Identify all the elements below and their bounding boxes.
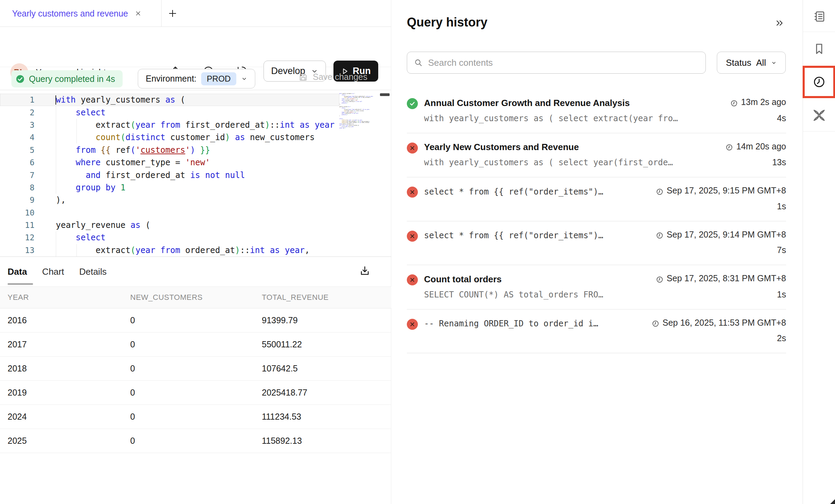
code-line[interactable]: 13 extract(year from ordered_at)::int as… — [0, 244, 339, 256]
indent-guide — [76, 119, 77, 144]
search-icon — [414, 58, 423, 67]
code-line[interactable]: 11yearly_revenue as ( — [0, 219, 339, 231]
bookmark-icon[interactable] — [812, 42, 826, 56]
active-panel-highlight — [803, 66, 835, 98]
query-timestamp: Sep 17, 2025, 9:14 PM GMT+8 — [656, 230, 786, 240]
table-cell: 0 — [130, 364, 262, 374]
line-number: 3 — [0, 120, 34, 129]
environment-select[interactable]: Environment: PROD — [138, 69, 255, 88]
sql-code-editor[interactable]: 1with yearly_customers as (2 select3 ext… — [0, 90, 391, 256]
query-preview: with yearly_customers as ( select year(f… — [424, 158, 673, 167]
query-history-item[interactable]: select * from {{ ref("order_items")…Sep … — [407, 177, 786, 221]
code-line[interactable]: 6 where customer_type = 'new' — [0, 156, 339, 169]
code-line[interactable]: 4 count(distinct customer_id) as new_cus… — [0, 131, 339, 144]
status-filter-select[interactable]: Status All — [717, 52, 786, 74]
right-toolbar — [803, 0, 835, 504]
download-icon[interactable] — [359, 265, 371, 277]
toolbar-divider — [803, 32, 835, 32]
column-header-new-customers[interactable]: NEW_CUSTOMERS — [130, 293, 262, 302]
code-minimap[interactable]: with yearly_customers as ( select extrac… — [339, 93, 378, 253]
query-history-item-body: Count total ordersSep 17, 2025, 8:31 PM … — [424, 273, 786, 300]
save-changes-button[interactable]: Save changes — [298, 72, 367, 82]
query-history-item-body: -- Renaming ORDER_ID to order_id i…Sep 1… — [424, 318, 786, 344]
code-line[interactable]: 7 and first_ordered_at is not null — [0, 169, 339, 181]
plus-icon[interactable] — [167, 8, 178, 19]
environment-value-badge: PROD — [201, 72, 236, 85]
query-history-list: Annual Customer Growth and Revenue Analy… — [407, 89, 786, 353]
query-duration: 7s — [777, 245, 786, 255]
code-text: from {{ ref('customers') }} — [34, 145, 210, 155]
code-line[interactable]: 10 — [0, 207, 339, 219]
query-timestamp: 14m 20s ago — [725, 141, 786, 151]
history-clock-icon[interactable] — [813, 75, 826, 88]
tab-bar: Yearly customers and revenue — [0, 0, 391, 27]
column-header-total-revenue[interactable]: TOTAL_REVENUE — [262, 293, 391, 302]
table-cell: 2018 — [0, 364, 130, 374]
column-header-year[interactable]: YEAR — [0, 293, 130, 302]
double-chevron-right-icon[interactable] — [774, 18, 785, 28]
indent-guide — [56, 231, 56, 256]
clock-icon — [656, 276, 663, 283]
code-text: extract(year from ordered_at)::int as ye… — [34, 245, 310, 255]
code-line[interactable]: 12 select — [0, 231, 339, 244]
line-number: 7 — [0, 171, 34, 180]
clock-icon — [656, 232, 663, 239]
table-cell: 2024 — [0, 412, 130, 422]
code-line[interactable]: 9), — [0, 194, 339, 206]
query-history-item[interactable]: Yearly New Customers and Revenue14m 20s … — [407, 133, 786, 178]
text-cursor — [55, 95, 56, 105]
table-cell: 2025418.77 — [262, 388, 391, 398]
table-row[interactable]: 20250115892.13 — [0, 429, 391, 453]
minimap-scroll-thumb[interactable] — [380, 93, 390, 96]
query-history-item[interactable]: select * from {{ ref("order_items")…Sep … — [407, 221, 786, 265]
query-preview: SELECT COUNT(*) AS total_orders FRO… — [424, 290, 603, 300]
query-title: Count total orders — [424, 274, 502, 285]
line-number: 6 — [0, 158, 34, 167]
code-line[interactable]: 3 extract(year from first_ordered_at)::i… — [0, 119, 339, 131]
tab-chart[interactable]: Chart — [42, 259, 64, 285]
results-panel: DataChartDetails YEAR NEW_CUSTOMERS TOTA… — [0, 256, 391, 504]
line-number: 10 — [0, 208, 34, 217]
environment-label: Environment: — [146, 74, 196, 84]
lineage-compass-icon[interactable] — [812, 108, 827, 123]
code-lines: 1with yearly_customers as (2 select3 ext… — [0, 94, 339, 256]
code-text: with yearly_customers as ( — [34, 95, 185, 105]
query-timestamp: Sep 17, 2025, 9:15 PM GMT+8 — [656, 186, 786, 196]
query-history-item-body: select * from {{ ref("order_items")…Sep … — [424, 230, 786, 255]
table-row[interactable]: 2016091399.79 — [0, 308, 391, 333]
status-filter-label: Status — [726, 57, 751, 68]
query-history-panel: Query history Status All Annual Customer… — [392, 0, 803, 504]
search-input[interactable] — [428, 57, 699, 68]
query-duration: 1s — [777, 290, 786, 300]
query-history-item[interactable]: Annual Customer Growth and Revenue Analy… — [407, 89, 786, 133]
code-line[interactable]: 1with yearly_customers as ( — [0, 94, 339, 106]
query-duration: 4s — [777, 113, 786, 123]
line-number: 12 — [0, 233, 34, 242]
table-row[interactable]: 20180107642.5 — [0, 357, 391, 381]
code-line[interactable]: 5 from {{ ref('customers') }} — [0, 144, 339, 156]
code-line[interactable]: 2 select — [0, 106, 339, 118]
save-icon — [298, 72, 308, 82]
tab-data[interactable]: Data — [8, 259, 27, 285]
notebook-icon[interactable] — [812, 10, 826, 23]
check-circle-icon — [16, 74, 25, 84]
status-error-icon — [407, 274, 418, 285]
tab-yearly-customers-and-revenue[interactable]: Yearly customers and revenue — [12, 0, 142, 27]
query-history-item[interactable]: Count total ordersSep 17, 2025, 8:31 PM … — [407, 265, 786, 309]
close-icon[interactable] — [134, 10, 142, 17]
query-history-item[interactable]: -- Renaming ORDER_ID to order_id i…Sep 1… — [407, 309, 786, 354]
code-text: yearly_revenue as ( — [34, 220, 151, 230]
table-row[interactable]: 20240111234.53 — [0, 405, 391, 429]
line-number: 9 — [0, 196, 34, 204]
search-box[interactable] — [407, 52, 706, 74]
code-text: group by 1 — [34, 183, 125, 192]
table-cell: 91399.79 — [262, 315, 391, 325]
tab-details[interactable]: Details — [79, 259, 106, 285]
code-line[interactable]: 8 group by 1 — [0, 181, 339, 194]
status-error-icon — [407, 187, 418, 198]
table-cell: 111234.53 — [262, 412, 391, 422]
table-row[interactable]: 201902025418.77 — [0, 381, 391, 405]
query-title: Yearly New Customers and Revenue — [424, 142, 579, 153]
table-row[interactable]: 20170550011.22 — [0, 333, 391, 357]
status-error-icon — [407, 231, 418, 242]
